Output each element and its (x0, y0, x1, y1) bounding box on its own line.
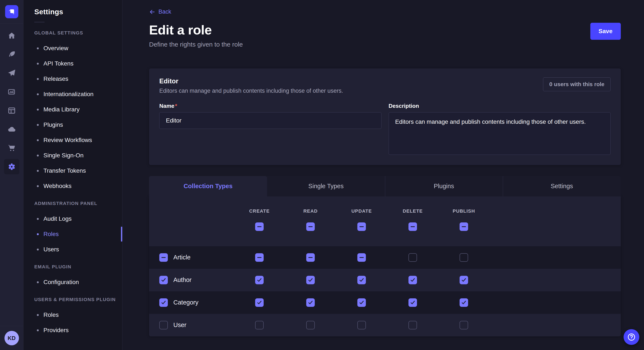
sidebar-item-roles[interactable]: Roles (24, 307, 122, 323)
rail-item-cart[interactable] (2, 139, 21, 157)
page-subtitle: Define the rights given to the role (149, 41, 621, 48)
strapi-logo-icon[interactable] (5, 5, 18, 18)
description-textarea[interactable]: Editors can manage and publish contents … (389, 112, 611, 155)
subnav-divider (34, 22, 44, 22)
sidebar-item-plugins[interactable]: Plugins (24, 117, 122, 133)
sidebar-item-internationalization[interactable]: Internationalization (24, 87, 122, 102)
subnav-title: Settings (24, 0, 122, 16)
article-delete-checkbox-unchecked[interactable] (408, 253, 417, 262)
rail-item-feather[interactable] (2, 45, 21, 64)
tab-settings[interactable]: Settings (503, 176, 621, 196)
select-all-create-checkbox-indeterminate[interactable] (255, 222, 264, 231)
indeterminate-dash-icon (410, 226, 415, 227)
permissions-section: Collection TypesSingle TypesPluginsSetti… (149, 176, 621, 336)
rail-item-paper-plane[interactable] (2, 64, 21, 82)
users-with-role-badge[interactable]: 0 users with this role (543, 77, 610, 91)
sidebar-item-single-sign-on[interactable]: Single Sign-On (24, 148, 122, 163)
bullet-dot-icon (37, 218, 39, 220)
rail-item-home[interactable] (2, 26, 21, 45)
indeterminate-dash-icon (360, 226, 364, 227)
select-all-update-checkbox-indeterminate[interactable] (357, 222, 366, 231)
rail-item-media-library[interactable] (2, 82, 21, 101)
sidebar-item-webhooks[interactable]: Webhooks (24, 178, 122, 194)
tab-single-types[interactable]: Single Types (267, 176, 385, 196)
sidebar-item-releases[interactable]: Releases (24, 71, 122, 87)
help-button[interactable] (624, 329, 639, 345)
tab-collection-types[interactable]: Collection Types (149, 176, 267, 196)
permission-row-article: Article (149, 246, 621, 269)
category-create-checkbox-checked[interactable] (255, 298, 264, 307)
author-create-checkbox-checked[interactable] (255, 276, 264, 284)
subnav-section-header: GLOBAL SETTINGS (24, 25, 122, 41)
sidebar-item-label: Single Sign-On (44, 152, 84, 159)
settings-subnav: Settings GLOBAL SETTINGSOverviewAPI Toke… (24, 0, 122, 350)
avatar[interactable]: KD (4, 331, 19, 345)
sidebar-item-media-library[interactable]: Media Library (24, 102, 122, 117)
article-create-checkbox-indeterminate[interactable] (255, 253, 264, 262)
author-read-checkbox-checked[interactable] (306, 276, 315, 284)
name-input[interactable] (159, 112, 382, 129)
select-all-read-checkbox-indeterminate[interactable] (306, 222, 315, 231)
category-read-checkbox-checked[interactable] (306, 298, 315, 307)
article-read-checkbox-indeterminate[interactable] (306, 253, 315, 262)
save-button[interactable]: Save (590, 23, 621, 40)
category-row-checkbox-checked[interactable] (159, 298, 168, 307)
sidebar-item-label: Overview (44, 45, 68, 52)
bullet-dot-icon (37, 314, 39, 316)
sidebar-item-label: Users (44, 246, 59, 253)
author-delete-checkbox-checked[interactable] (408, 276, 417, 284)
sidebar-item-label: Transfer Tokens (44, 167, 86, 174)
sidebar-item-overview[interactable]: Overview (24, 41, 122, 56)
home-icon (4, 28, 20, 43)
select-all-publish-checkbox-indeterminate[interactable] (460, 222, 468, 231)
permission-row-category: Category (149, 291, 621, 314)
select-all-delete-checkbox-indeterminate[interactable] (408, 222, 417, 231)
rail-item-settings-gear[interactable] (2, 157, 21, 176)
rail-item-layout[interactable] (2, 101, 21, 120)
category-delete-checkbox-checked[interactable] (408, 298, 417, 307)
article-publish-checkbox-unchecked[interactable] (460, 253, 468, 262)
permissions-tabs: Collection TypesSingle TypesPluginsSetti… (149, 176, 621, 196)
rail-item-cloud[interactable] (2, 120, 21, 139)
sidebar-item-label: Releases (44, 75, 68, 82)
user-publish-checkbox-unchecked[interactable] (460, 321, 468, 329)
subnav-section-header: EMAIL PLUGIN (24, 259, 122, 275)
category-publish-checkbox-checked[interactable] (460, 298, 468, 307)
author-publish-checkbox-checked[interactable] (460, 276, 468, 284)
sidebar-item-label: Providers (44, 327, 68, 334)
subnav-section-header: ADMINISTRATION PANEL (24, 196, 122, 211)
back-arrow-icon (149, 9, 156, 15)
sidebar-item-review-workflows[interactable]: Review Workflows (24, 133, 122, 148)
user-create-checkbox-unchecked[interactable] (255, 321, 264, 329)
role-summary: Editors can manage and publish contents … (159, 88, 343, 94)
author-row-checkbox-checked[interactable] (159, 276, 168, 284)
user-row-checkbox-unchecked[interactable] (159, 321, 168, 329)
indeterminate-dash-icon (360, 257, 364, 258)
sidebar-item-roles[interactable]: Roles (24, 226, 122, 242)
author-update-checkbox-checked[interactable] (357, 276, 366, 284)
sidebar-item-api-tokens[interactable]: API Tokens (24, 56, 122, 71)
cart-icon (4, 140, 20, 156)
user-read-checkbox-unchecked[interactable] (306, 321, 315, 329)
sidebar-item-providers[interactable]: Providers (24, 323, 122, 338)
bullet-dot-icon (37, 109, 39, 111)
sidebar-item-transfer-tokens[interactable]: Transfer Tokens (24, 163, 122, 178)
sidebar-item-audit-logs[interactable]: Audit Logs (24, 211, 122, 226)
permission-row-author: Author (149, 269, 621, 291)
sidebar-item-configuration[interactable]: Configuration (24, 275, 122, 290)
user-delete-checkbox-unchecked[interactable] (408, 321, 417, 329)
category-update-checkbox-checked[interactable] (357, 298, 366, 307)
back-link[interactable]: Back (149, 8, 171, 15)
user-update-checkbox-unchecked[interactable] (357, 321, 366, 329)
bullet-dot-icon (37, 63, 39, 65)
indeterminate-dash-icon (257, 226, 262, 227)
tab-plugins[interactable]: Plugins (385, 176, 503, 196)
indeterminate-dash-icon (257, 257, 262, 258)
article-row-checkbox-indeterminate[interactable] (159, 253, 168, 262)
rail-divider (0, 326, 24, 326)
article-update-checkbox-indeterminate[interactable] (357, 253, 366, 262)
subnav-section-header: USERS & PERMISSIONS PLUGIN (24, 292, 122, 307)
row-name-cell: User (149, 321, 234, 329)
sidebar-item-users[interactable]: Users (24, 242, 122, 257)
bullet-dot-icon (37, 249, 39, 250)
